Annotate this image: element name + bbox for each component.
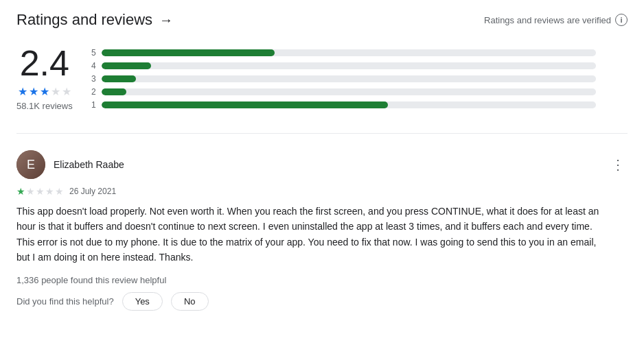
bar-row-5: 5 bbox=[89, 48, 628, 58]
bar-fill-4 bbox=[102, 62, 151, 69]
bar-row-4: 4 bbox=[89, 61, 628, 71]
big-rating: 2.4 ★ ★ ★ ★ ★ 58.1K reviews bbox=[16, 45, 73, 111]
bar-track-4 bbox=[102, 62, 596, 69]
bar-fill-3 bbox=[102, 75, 136, 82]
review-count: 58.1K reviews bbox=[16, 101, 73, 111]
bar-fill-2 bbox=[102, 88, 126, 95]
bar-track-5 bbox=[102, 49, 596, 56]
yes-button[interactable]: Yes bbox=[122, 292, 163, 311]
avatar: E bbox=[16, 150, 45, 179]
star-3: ★ bbox=[40, 85, 49, 98]
page-title: Ratings and reviews bbox=[16, 11, 152, 29]
review-star-4: ★ bbox=[45, 186, 54, 197]
bar-fill-5 bbox=[102, 49, 275, 56]
bar-row-2: 2 bbox=[89, 87, 628, 97]
reviewer-info: E Elizabeth Raabe bbox=[16, 150, 124, 179]
bar-label-5: 5 bbox=[89, 48, 96, 58]
review-star-1: ★ bbox=[16, 186, 25, 197]
bar-row-3: 3 bbox=[89, 74, 628, 84]
bar-track-2 bbox=[102, 88, 596, 95]
review-star-2: ★ bbox=[26, 186, 35, 197]
avatar-letter: E bbox=[27, 158, 35, 172]
star-2: ★ bbox=[29, 85, 38, 98]
bar-label-4: 4 bbox=[89, 61, 96, 71]
bar-label-3: 3 bbox=[89, 74, 96, 84]
bar-track-1 bbox=[102, 101, 596, 108]
arrow-icon[interactable]: → bbox=[159, 12, 173, 28]
header: Ratings and reviews → Ratings and review… bbox=[16, 11, 628, 29]
no-button[interactable]: No bbox=[171, 292, 209, 311]
rating-summary: 2.4 ★ ★ ★ ★ ★ 58.1K reviews 5 4 3 bbox=[16, 45, 628, 111]
review-card: E Elizabeth Raabe ⋮ ★ ★ ★ ★ ★ 26 July 20… bbox=[16, 147, 628, 313]
avatar-image: E bbox=[16, 150, 45, 179]
header-left: Ratings and reviews → bbox=[16, 11, 173, 29]
bar-label-2: 2 bbox=[89, 87, 96, 97]
star-4: ★ bbox=[51, 85, 60, 98]
review-header: E Elizabeth Raabe ⋮ bbox=[16, 150, 628, 179]
more-options-icon[interactable]: ⋮ bbox=[608, 155, 628, 174]
bar-fill-1 bbox=[102, 101, 389, 108]
helpful-row: Did you find this helpful? Yes No bbox=[16, 292, 628, 311]
star-5: ★ bbox=[62, 85, 71, 98]
info-icon[interactable]: i bbox=[615, 14, 628, 26]
helpful-count: 1,336 people found this review helpful bbox=[16, 275, 628, 285]
review-star-5: ★ bbox=[55, 186, 64, 197]
reviewer-name: Elizabeth Raabe bbox=[54, 159, 124, 170]
rating-stars: ★ ★ ★ ★ ★ bbox=[18, 85, 71, 98]
verified-text: Ratings and reviews are verified bbox=[484, 15, 611, 25]
bar-track-3 bbox=[102, 75, 596, 82]
review-stars-date: ★ ★ ★ ★ ★ 26 July 2021 bbox=[16, 186, 628, 197]
bar-row-1: 1 bbox=[89, 100, 628, 110]
star-1: ★ bbox=[18, 85, 27, 98]
rating-bars: 5 4 3 2 1 bbox=[89, 45, 628, 110]
review-text: This app doesn't load properly. Not even… bbox=[16, 204, 607, 265]
helpful-label: Did you find this helpful? bbox=[16, 296, 114, 307]
rating-score: 2.4 bbox=[20, 45, 69, 81]
review-date: 26 July 2021 bbox=[69, 187, 116, 196]
review-star-3: ★ bbox=[36, 186, 45, 197]
bar-label-1: 1 bbox=[89, 100, 96, 110]
verified-section: Ratings and reviews are verified i bbox=[484, 14, 628, 26]
divider bbox=[16, 133, 628, 134]
review-stars: ★ ★ ★ ★ ★ bbox=[16, 186, 64, 197]
